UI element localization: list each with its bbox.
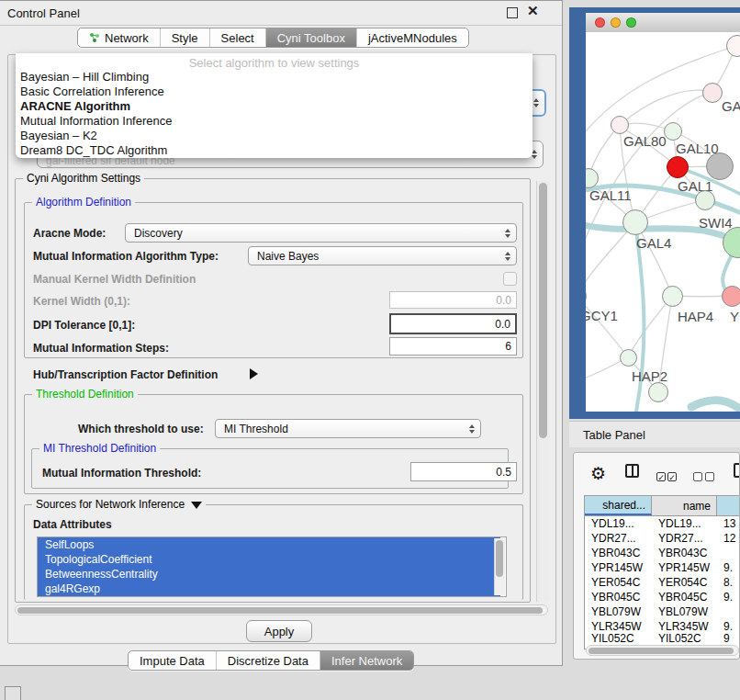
settings-horizontal-scrollbar[interactable] [15,604,548,615]
algorithm-option[interactable]: Basic Correlation Inference [16,85,533,99]
mi-threshold-label: Mutual Information Threshold: [42,467,201,480]
dpi-tolerance-label: DPI Tolerance [0,1]: [33,319,135,332]
network-node[interactable] [662,286,683,307]
new-table-icon[interactable] [734,463,740,478]
network-view-frame: GAL GAL80 GAL10 GAL1 SWI4 GAL11 GAL4 GCY… [569,7,740,419]
list-item[interactable]: SelfLoops [38,537,500,552]
algorithm-option-selected[interactable]: ARACNE Algorithm [16,99,533,114]
network-node[interactable] [702,83,723,103]
node-attribute-table[interactable]: shared... name YDL19...YDL19...13 YDR27.… [584,495,740,649]
mi-threshold-input[interactable] [410,462,517,481]
group-title: MI Threshold Definition [39,442,160,455]
control-panel-title: Control Panel [7,6,80,20]
expand-arrow-icon[interactable] [250,368,258,379]
network-node[interactable] [706,152,734,180]
close-panel-icon[interactable]: ✕ [527,6,539,17]
data-attributes-label: Data Attributes [33,518,112,531]
kernel-width-label: Kernel Width (0,1): [33,295,130,308]
table-row[interactable]: YER054CYER054C8. [585,575,740,590]
node-label: Y [730,309,739,324]
algorithm-option[interactable]: Mutual Information Inference [16,114,533,129]
network-node[interactable] [722,286,740,307]
which-threshold-select[interactable]: MI Threshold [215,419,481,438]
combo-arrows-icon [469,424,475,434]
algorithm-dropdown-popup: Select algorithm to view settings Bayesi… [16,53,533,158]
manual-kernel-checkbox[interactable] [503,272,517,286]
control-panel-tabbar: Network Style Select Cyni Toolbox jActiv… [77,28,469,48]
network-node-selected[interactable] [667,156,689,178]
network-node[interactable] [622,209,648,235]
column-header-extra[interactable] [717,496,740,515]
node-label: SWI4 [699,215,733,231]
aracne-mode-select[interactable]: Discovery [125,223,517,243]
algorithm-option[interactable]: Dream8 DC_TDC Algorithm [16,143,533,158]
group-title: Algorithm Definition [32,196,135,209]
gear-icon[interactable]: ⚙ [590,465,606,482]
group-title: Cyni Algorithm Settings [23,172,144,185]
control-panel-titlebar: Control Panel ✕ [0,1,562,26]
node-label: GCY1 [586,308,618,323]
zoom-window-icon[interactable] [626,17,636,28]
close-window-icon[interactable] [595,17,605,28]
tab-impute-data[interactable]: Impute Data [129,651,216,670]
table-row[interactable]: YLR345WYLR345W9. [585,619,740,634]
manual-kernel-label: Manual Kernel Width Definition [33,273,196,286]
collapse-arrow-icon[interactable] [191,502,202,509]
dpi-tolerance-input[interactable] [389,313,517,334]
tab-jactivemnodules[interactable]: jActiveMNodules [356,28,468,47]
table-row[interactable]: YDL19...YDL19...13 [585,516,740,531]
aracne-mode-label: Aracne Mode: [33,227,106,240]
algorithm-placeholder: Select algorithm to view settings [16,53,533,70]
mi-algorithm-type-select[interactable]: Naive Bayes [248,246,517,265]
desktop: { "control_panel": { "title": "Control P… [0,0,740,700]
list-vertical-scrollbar[interactable] [494,538,505,595]
table-row[interactable]: YBR043CYBR043C [585,546,740,560]
network-node[interactable] [695,190,715,210]
network-canvas[interactable]: GAL GAL80 GAL10 GAL1 SWI4 GAL11 GAL4 GCY… [586,32,740,412]
node-label: GAL [722,98,740,114]
data-attributes-list[interactable]: SelfLoops TopologicalCoefficient Between… [37,536,507,597]
list-item[interactable]: TopologicalCoefficient [38,552,500,567]
network-window-titlebar[interactable] [586,13,740,33]
bottom-tabbar: Impute Data Discretize Data Infer Networ… [128,650,414,671]
node-label: GAL4 [636,235,671,251]
algorithm-option[interactable]: Bayesian – K2 [16,129,533,143]
unchecked-columns-icon[interactable] [693,469,714,485]
network-node[interactable] [611,116,629,134]
mi-steps-label: Mutual Information Steps: [33,342,169,355]
which-threshold-label: Which threshold to use: [78,423,204,435]
algorithm-option[interactable]: Bayesian – Hill Climbing [16,70,533,85]
table-row[interactable]: YPR145WYPR145W9. [585,560,740,575]
minimized-panel-icon[interactable] [5,686,21,700]
table-row[interactable]: YDR27...YDR27...12 [585,531,740,546]
list-item[interactable]: BetweennessCentrality [38,567,500,581]
tab-infer-network[interactable]: Infer Network [320,651,413,670]
table-panel-body: ⚙ ✓✓ shared... name YDL19...YDL19...13 Y… [573,452,740,660]
kernel-width-input[interactable] [389,291,517,309]
node-label: HAP2 [632,368,667,384]
apply-button[interactable]: Apply [246,620,312,642]
tab-cyni-toolbox[interactable]: Cyni Toolbox [265,28,356,47]
table-row[interactable]: YIL052CYIL052C9 [585,634,740,643]
network-node[interactable] [648,382,668,402]
float-panel-icon[interactable] [507,7,518,18]
column-header-shared[interactable]: shared... [585,496,652,515]
network-tab-icon [89,32,100,43]
network-node[interactable] [620,349,637,367]
tab-discretize-data[interactable]: Discretize Data [216,651,320,670]
checked-columns-icon[interactable]: ✓✓ [656,468,677,484]
combo-arrows-icon [505,252,510,261]
minimize-window-icon[interactable] [611,17,621,28]
tab-select[interactable]: Select [209,28,265,47]
settings-vertical-scrollbar[interactable] [536,181,549,602]
column-header-name[interactable]: name [652,496,717,515]
tab-network[interactable]: Network [78,28,160,47]
mi-steps-input[interactable] [389,337,517,356]
tab-style[interactable]: Style [160,28,209,47]
table-row[interactable]: YBR045CYBR045C9. [585,590,740,604]
list-item[interactable]: gal4RGexp [38,581,500,596]
split-columns-icon[interactable] [625,464,639,478]
network-node[interactable] [664,122,682,141]
table-horizontal-scrollbar[interactable] [586,645,739,656]
table-row[interactable]: YBL079WYBL079W [585,604,740,619]
